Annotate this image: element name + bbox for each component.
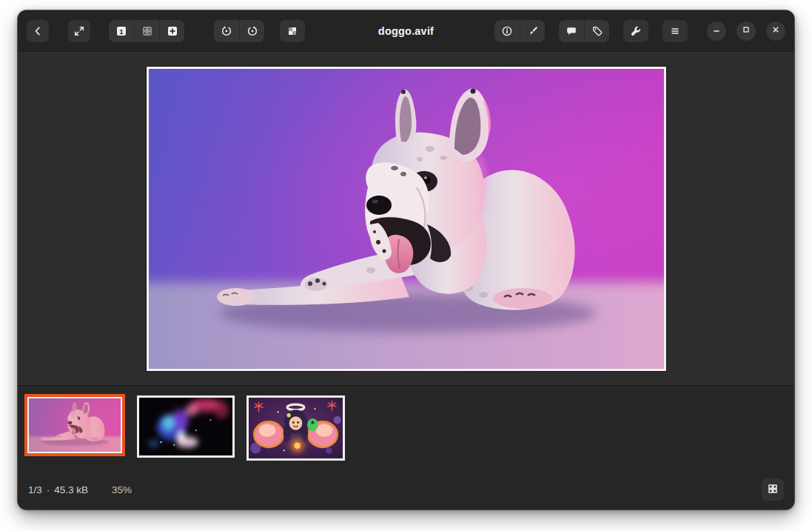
chevron-left-icon	[32, 25, 44, 37]
svg-text:1: 1	[119, 27, 124, 35]
page-background: doggo.avif 1	[0, 0, 812, 531]
toolbar-right	[494, 20, 785, 42]
info-circle-icon	[501, 25, 513, 37]
current-image[interactable]	[147, 67, 666, 371]
best-fit-icon	[141, 25, 153, 37]
thumbnail-grid-toggle-button[interactable]	[762, 478, 784, 501]
zoom-original-icon: 1	[115, 25, 127, 37]
background-checkerboard-button[interactable]	[280, 20, 305, 42]
image-viewer-canvas	[18, 52, 794, 385]
bottom-panel: 1/3 · 45.3 kB 35%	[18, 385, 794, 509]
toolbar-left: 1	[27, 20, 305, 42]
wrench-icon	[630, 25, 642, 37]
close-icon	[770, 24, 782, 38]
thumbnail-cartoon-artwork[interactable]	[246, 395, 345, 461]
fullscreen-button[interactable]	[68, 20, 90, 42]
zoom-original-button[interactable]: 1	[109, 20, 134, 42]
rotate-ccw-button[interactable]	[214, 20, 239, 42]
menu-icon	[669, 25, 681, 37]
image-index: 1/3	[28, 484, 42, 495]
tools-button[interactable]	[623, 20, 648, 42]
edit-brush-button[interactable]	[520, 20, 545, 42]
checkerboard-icon	[286, 25, 298, 37]
minimize-icon	[711, 24, 722, 38]
thumbnail-strip	[18, 386, 794, 461]
zoom-in-button[interactable]	[159, 20, 184, 42]
thumbnail-doggo-selected[interactable]	[27, 397, 122, 453]
rotate-cw-button[interactable]	[239, 20, 264, 42]
status-separator: ·	[47, 484, 50, 495]
previous-image-button[interactable]	[27, 20, 49, 42]
minimize-button[interactable]	[707, 21, 726, 41]
image-info-button[interactable]	[494, 20, 520, 42]
info-edit-group	[494, 20, 545, 42]
expand-diagonal-icon	[73, 25, 85, 37]
maximize-button[interactable]	[736, 21, 756, 41]
comment-tag-group	[559, 20, 609, 42]
maximize-icon	[740, 24, 752, 38]
thumbnail-neon-artwork[interactable]	[137, 395, 235, 458]
zoom-level: 35%	[112, 484, 132, 495]
main-menu-button[interactable]	[662, 20, 688, 42]
statusbar: 1/3 · 45.3 kB 35%	[18, 473, 794, 509]
comment-bubble-icon	[566, 25, 577, 37]
zoom-in-icon	[167, 25, 178, 37]
file-size: 45.3 kB	[54, 484, 88, 495]
brush-icon	[527, 25, 539, 37]
zoom-controls-group: 1	[109, 20, 184, 42]
rotate-counterclockwise-icon	[221, 25, 232, 37]
headerbar: doggo.avif 1	[18, 10, 794, 52]
tag-icon	[591, 25, 603, 37]
rotate-controls-group	[214, 20, 264, 42]
rotate-clockwise-icon	[246, 25, 258, 37]
tag-button[interactable]	[584, 20, 609, 42]
best-fit-button[interactable]	[134, 20, 159, 42]
window-controls	[707, 21, 785, 41]
grid-view-icon	[767, 483, 779, 497]
comment-button[interactable]	[559, 20, 584, 42]
close-button[interactable]	[766, 21, 785, 41]
image-viewer-window: doggo.avif 1	[18, 10, 794, 510]
